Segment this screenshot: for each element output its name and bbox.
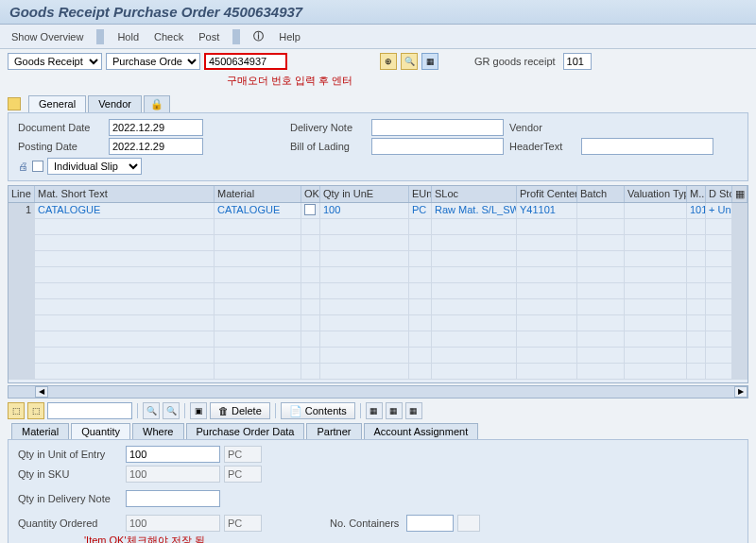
qty-unit-entry-unit (224, 446, 262, 463)
col-profit[interactable]: Profit Center (517, 186, 577, 202)
scroll-left-icon[interactable]: ◀ (35, 386, 48, 398)
col-ok[interactable]: OK (301, 186, 320, 202)
purchase-order-select[interactable]: Purchase Order (106, 53, 200, 70)
gr-goods-receipt-label: GR goods receipt (474, 56, 559, 67)
grid-body[interactable]: 1 CATALOGUE CATALOGUE 100 PC Raw Mat. S/… (9, 203, 747, 382)
qty-delivery-label: Qty in Delivery Note (18, 493, 122, 504)
col-sloc[interactable]: SLoc (432, 186, 517, 202)
delete-button[interactable]: 🗑 Delete (210, 402, 270, 419)
col-batch[interactable]: Batch (577, 186, 625, 202)
tab-icon-misc[interactable]: 🔒 (144, 95, 170, 112)
menu-hold[interactable]: Hold (113, 29, 143, 44)
individual-slip-select[interactable]: Individual Slip (47, 158, 142, 175)
qty-unit-entry-input[interactable] (126, 446, 220, 463)
contents-button[interactable]: 📄 Contents (281, 402, 355, 419)
po-number-input[interactable] (204, 53, 287, 70)
folder-icon[interactable] (8, 97, 21, 110)
table-row-empty (9, 219, 747, 235)
select-all-icon[interactable]: ⬚ (8, 402, 25, 419)
copy-icon[interactable]: ▣ (190, 402, 207, 419)
individual-slip-checkbox[interactable] (32, 161, 43, 172)
page-title: Goods Receipt Purchase Order 4500634937 (0, 0, 756, 25)
col-mat-short[interactable]: Mat. Short Text (35, 186, 215, 202)
gr-code-input[interactable] (563, 53, 592, 70)
grid-icon[interactable]: ▦ (421, 53, 438, 70)
document-date-label: Document Date (18, 122, 103, 133)
col-config-icon[interactable]: ▦ (732, 186, 747, 202)
table-row-empty (9, 283, 747, 299)
find-next-icon[interactable]: 🔍 (163, 402, 180, 419)
info-icon: ⓘ (249, 27, 267, 45)
header-panel: Document Date Delivery Note Vendor Posti… (8, 112, 748, 181)
header-text-label: HeaderText (509, 141, 576, 152)
find-icon[interactable]: 🔍 (143, 402, 160, 419)
qty-sku-unit (224, 466, 262, 483)
tab-general[interactable]: General (28, 95, 86, 112)
table-row-empty (9, 251, 747, 267)
layout-icon[interactable]: ▦ (405, 402, 422, 419)
col-line[interactable]: Line (9, 186, 35, 202)
table-row[interactable]: 1 CATALOGUE CATALOGUE 100 PC Raw Mat. S/… (9, 203, 747, 219)
horizontal-scrollbar[interactable]: ◀ ▶ (8, 385, 748, 399)
header-tab-row: General Vendor 🔒 (0, 92, 756, 112)
goods-receipt-select[interactable]: Goods Receipt (8, 53, 102, 70)
separator (360, 403, 361, 418)
items-grid: Line Mat. Short Text Material OK Qty in … (8, 185, 748, 383)
menu-post[interactable]: Post (195, 29, 223, 44)
no-containers-unit (457, 515, 480, 532)
no-containers-input[interactable] (406, 515, 454, 532)
table-row-empty (9, 267, 747, 283)
qty-ordered-label: Quantity Ordered (18, 518, 122, 529)
quantity-panel: Qty in Unit of Entry Qty in SKU Qty in D… (8, 439, 748, 543)
menu-show-overview[interactable]: Show Overview (8, 29, 87, 44)
tab-vendor[interactable]: Vendor (88, 95, 142, 112)
qty-unit-entry-label: Qty in Unit of Entry (18, 449, 122, 460)
print-icon[interactable]: 🖨 (18, 161, 28, 172)
posting-date-input[interactable] (109, 138, 203, 155)
search-icon[interactable]: 🔍 (401, 53, 418, 70)
toolbar-field[interactable] (47, 402, 132, 419)
header-text-input[interactable] (581, 138, 713, 155)
separator (275, 403, 276, 418)
table-row-empty (9, 348, 747, 364)
separator (184, 403, 185, 418)
bill-of-lading-input[interactable] (371, 138, 504, 155)
collapse-icon[interactable]: ▦ (386, 402, 403, 419)
tab-partner[interactable]: Partner (306, 423, 361, 439)
col-m[interactable]: M... (687, 186, 706, 202)
tab-po-data[interactable]: Purchase Order Data (186, 423, 305, 439)
separator (96, 29, 104, 44)
selector-row: Goods Receipt Purchase Order ⊕ 🔍 ▦ GR go… (0, 49, 756, 74)
menu-check[interactable]: Check (150, 29, 187, 44)
tab-where[interactable]: Where (132, 423, 183, 439)
col-eun[interactable]: EUn (409, 186, 432, 202)
qty-ordered-input (126, 515, 220, 532)
deselect-all-icon[interactable]: ⬚ (27, 402, 44, 419)
menu-help[interactable]: Help (275, 29, 304, 44)
tab-account[interactable]: Account Assignment (364, 423, 479, 439)
col-dstock[interactable]: D Stock Type (706, 186, 732, 202)
document-date-input[interactable] (109, 119, 203, 136)
tab-quantity[interactable]: Quantity (71, 423, 130, 439)
row-ok-checkbox[interactable] (304, 204, 316, 215)
grid-header: Line Mat. Short Text Material OK Qty in … (9, 186, 747, 203)
scroll-right-icon[interactable]: ▶ (734, 386, 747, 398)
vendor-label: Vendor (509, 122, 576, 133)
qty-sku-input (126, 466, 220, 483)
execute-icon[interactable]: ⊕ (380, 53, 397, 70)
tab-material[interactable]: Material (11, 423, 69, 439)
bill-of-lading-label: Bill of Lading (290, 141, 366, 152)
po-hint-row: 구매오더 번호 입력 후 엔터 (0, 74, 756, 92)
posting-date-label: Posting Date (18, 141, 103, 152)
delivery-note-input[interactable] (371, 119, 504, 136)
col-qty[interactable]: Qty in UnE (320, 186, 409, 202)
po-hint-text: 구매오더 번호 입력 후 엔터 (227, 74, 352, 88)
table-row-empty (9, 331, 747, 348)
separator (137, 403, 138, 418)
table-row-empty (9, 315, 747, 331)
qty-delivery-input[interactable] (126, 490, 220, 507)
col-valtype[interactable]: Valuation Type (625, 186, 687, 202)
expand-icon[interactable]: ▦ (366, 402, 383, 419)
separator (232, 29, 240, 44)
col-material[interactable]: Material (215, 186, 301, 202)
